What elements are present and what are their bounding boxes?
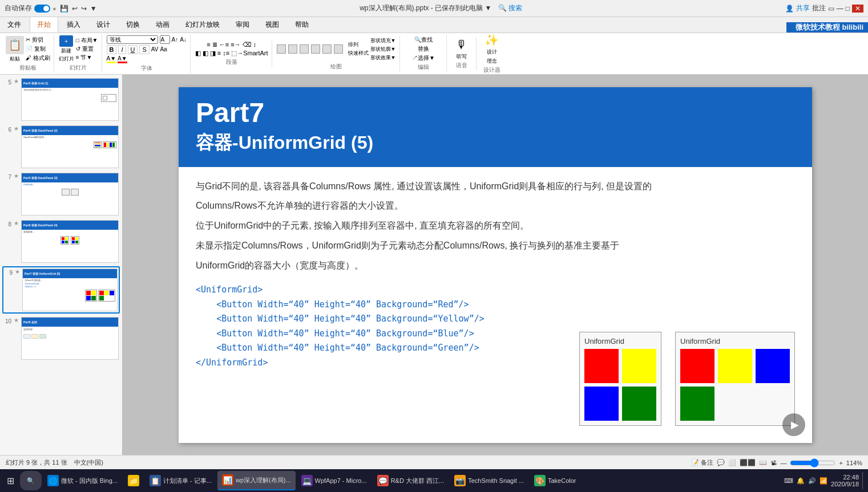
- normal-view-btn[interactable]: ⬜: [728, 459, 736, 466]
- slide-sorter-btn[interactable]: ⬛⬛: [740, 459, 756, 466]
- tab-insert[interactable]: 插入: [59, 17, 88, 32]
- volume-icon[interactable]: 🔊: [808, 477, 816, 485]
- taskbar-vs[interactable]: 💻 WpfApp7 - Micro...: [297, 471, 372, 490]
- tab-design[interactable]: 设计: [89, 17, 118, 32]
- smartart-btn[interactable]: ⬚→SmartArt: [231, 50, 268, 57]
- shape-item[interactable]: [277, 44, 286, 54]
- more-icon[interactable]: ▼: [90, 5, 97, 13]
- tab-home[interactable]: 开始: [30, 17, 58, 32]
- comment-btn[interactable]: 批注: [812, 3, 826, 13]
- shape-item[interactable]: [311, 44, 320, 54]
- auto-save-toggle[interactable]: [34, 5, 50, 13]
- numbered-list-btn[interactable]: ≣: [212, 41, 217, 48]
- taskbar-notepad[interactable]: 📋 计划清单 - 记事...: [145, 471, 216, 490]
- align-left-btn[interactable]: ◧: [195, 50, 201, 57]
- taskbar-takecolor[interactable]: 🎨 TakeColor: [530, 471, 581, 490]
- shape-effect-btn[interactable]: 形状效果▼: [370, 54, 396, 62]
- notify-icon[interactable]: 🔔: [797, 477, 805, 485]
- strikethrough-btn[interactable]: S: [139, 45, 149, 54]
- indent-decrease-btn[interactable]: ←≡: [219, 41, 229, 48]
- taskbar-search[interactable]: 🔍: [20, 471, 42, 490]
- taskbar-ppt[interactable]: 📊 wp深入理解(布局)...: [217, 471, 296, 490]
- font-size-inc[interactable]: A↑: [172, 36, 179, 43]
- keyboard-icon[interactable]: ⌨: [784, 477, 793, 485]
- tab-slideshow[interactable]: 幻灯片放映: [178, 17, 227, 32]
- align-center-btn[interactable]: ◧: [203, 50, 208, 57]
- share-btn[interactable]: 共享: [796, 3, 810, 13]
- layout-icon[interactable]: ▭: [828, 5, 834, 13]
- copy-btn[interactable]: 📄 复制: [26, 45, 50, 53]
- slide-thumb-10[interactable]: 10 ★ Part8 总结 总结内容...: [2, 316, 120, 361]
- slide-thumb-7[interactable]: 7 ★ Part5 容器-StackPanel (3) 代码示例...: [2, 172, 120, 217]
- tab-review[interactable]: 审阅: [228, 17, 257, 32]
- justify-btn[interactable]: ≡: [217, 50, 221, 57]
- line-space-btn[interactable]: ↕≡: [223, 50, 229, 57]
- sort-btn[interactable]: 排列: [348, 41, 369, 48]
- search-box[interactable]: 🔍 搜索: [498, 4, 522, 12]
- show-desktop-btn[interactable]: [862, 472, 866, 489]
- taskbar-explorer[interactable]: 📁: [123, 471, 144, 490]
- tab-help[interactable]: 帮助: [288, 17, 316, 32]
- tab-file[interactable]: 文件: [0, 17, 29, 32]
- taskbar-start-btn[interactable]: ⊞: [2, 471, 19, 490]
- account-icon[interactable]: 👤: [785, 5, 794, 13]
- dictate-btn[interactable]: 听写: [457, 53, 467, 60]
- shape-item[interactable]: [322, 44, 332, 54]
- indent-increase-btn[interactable]: ≡→: [231, 41, 240, 48]
- select-btn[interactable]: ↗选择▼: [412, 54, 435, 62]
- reset-btn[interactable]: ↺ 重置: [76, 45, 98, 53]
- designer-btn[interactable]: 设计: [487, 48, 497, 56]
- zoom-slider[interactable]: [790, 458, 835, 467]
- bold-btn[interactable]: B: [107, 45, 117, 54]
- tab-transitions[interactable]: 切换: [119, 17, 147, 32]
- tab-animations[interactable]: 动画: [148, 17, 177, 32]
- font-size-input[interactable]: [160, 35, 170, 44]
- paste-btn[interactable]: 📋 粘贴: [6, 36, 24, 63]
- new-slide-btn[interactable]: + 新建 幻灯片: [59, 35, 74, 63]
- maximize-btn[interactable]: □: [846, 5, 850, 13]
- notes-btn[interactable]: 📝 备注: [691, 458, 713, 467]
- case-btn[interactable]: Aa: [160, 46, 167, 52]
- slide-thumb-9[interactable]: 9 ★ Part7 容器-UniformGrid (5) 与Grid不同的是..…: [2, 266, 120, 314]
- taskbar-ie[interactable]: 🌐 微软 - 国内版 Bing...: [43, 471, 122, 490]
- redo-icon[interactable]: ↪: [81, 5, 87, 13]
- font-size-dec[interactable]: A↓: [180, 36, 187, 43]
- char-spacing-btn[interactable]: AV: [151, 46, 159, 52]
- highlight-btn[interactable]: A▼: [118, 55, 127, 63]
- undo-icon[interactable]: ↩: [72, 5, 78, 13]
- taskbar-chat[interactable]: 💬 R&D 大佬群 西江...: [373, 471, 449, 490]
- slide-thumb-8[interactable]: 8 ★ Part6 容器-StackPanel (4) 容器嵌套...: [2, 219, 120, 264]
- italic-btn[interactable]: I: [118, 45, 126, 54]
- shape-item[interactable]: [300, 44, 309, 54]
- comments-panel-btn[interactable]: 💬: [717, 459, 725, 466]
- underline-btn[interactable]: U: [128, 45, 138, 54]
- section-btn[interactable]: ≡ 节▼: [76, 54, 98, 62]
- align-right-btn[interactable]: ◨: [210, 50, 216, 57]
- shape-item[interactable]: [334, 44, 343, 54]
- tab-view[interactable]: 视图: [258, 17, 286, 32]
- slideshow-btn[interactable]: 📽: [770, 460, 777, 466]
- format-painter-btn[interactable]: 🖌 格式刷: [26, 54, 50, 62]
- close-btn[interactable]: ✕: [852, 5, 863, 13]
- reading-view-btn[interactable]: 📖: [759, 459, 767, 466]
- shape-outline-btn[interactable]: 形状轮廓▼: [370, 46, 396, 53]
- replace-btn[interactable]: 替换: [418, 45, 429, 53]
- text-dir-btn[interactable]: ↕: [253, 41, 257, 48]
- shape-item[interactable]: [288, 44, 297, 54]
- network-icon[interactable]: 📶: [819, 477, 827, 485]
- font-color-btn[interactable]: A▼: [107, 55, 116, 63]
- col-btn[interactable]: ⌫: [243, 41, 252, 48]
- shape-fill-btn[interactable]: 形状填充▼: [370, 37, 396, 44]
- font-family-select[interactable]: 等线: [107, 35, 158, 44]
- cut-btn[interactable]: ✂ 剪切: [26, 36, 50, 44]
- bullet-list-btn[interactable]: ≡: [207, 41, 210, 48]
- slide-thumb-6[interactable]: 6 ★ Part4 容器-StackPanel (2) StackPanel横向…: [2, 124, 120, 169]
- quick-style-btn[interactable]: 快速样式: [348, 50, 369, 57]
- layout-btn[interactable]: □ 布局▼: [76, 36, 98, 44]
- minimize-btn[interactable]: —: [837, 5, 843, 13]
- play-btn[interactable]: ▶: [782, 413, 805, 436]
- taskbar-snagit[interactable]: 📷 TechSmith Snagit ...: [450, 471, 528, 490]
- save-icon[interactable]: 💾: [60, 5, 68, 13]
- find-btn[interactable]: 🔍查找: [414, 36, 433, 44]
- slide-thumb-5[interactable]: 5 ★ Part5 容器-Grid (1) 与Grid的区别在于行列大小...: [2, 77, 120, 122]
